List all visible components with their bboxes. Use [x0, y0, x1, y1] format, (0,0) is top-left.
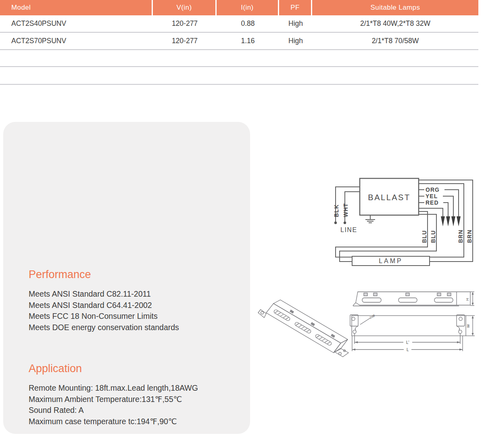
brn-label: BRN	[457, 230, 464, 243]
blu-wire-inner	[336, 211, 428, 257]
inner-length-dim-label: L'	[406, 340, 409, 345]
cell-model: ACT2S70PSUNV	[0, 33, 153, 49]
table-row: ACT2S70PSUNV 120-277 1.16 High 2/1*T8 70…	[0, 33, 478, 50]
lamp-label: LAMP	[379, 257, 403, 264]
profile-view: H	[353, 292, 474, 306]
performance-text: Meets ANSI Standard C82.11-2011 Meets AN…	[29, 289, 179, 333]
cell-iin: 0.88	[217, 15, 279, 32]
top-clips	[290, 310, 335, 338]
isometric-view	[258, 300, 348, 357]
org-label: ORG	[426, 186, 440, 193]
hole-leader-line	[360, 318, 370, 324]
application-title: Application	[29, 362, 82, 375]
cell-model: ACT2S40PSUNV	[0, 15, 153, 32]
cell-vin: 120-277	[153, 33, 217, 49]
wht-label: WHT	[342, 203, 349, 217]
vent-slot	[273, 309, 290, 321]
blu-label: BLU	[421, 230, 428, 243]
line-terminal-dot	[334, 222, 337, 224]
yel-label: YEL	[426, 193, 438, 199]
red-wire	[443, 203, 448, 216]
plan-view: 2xØ W L' L	[350, 314, 475, 352]
mounting-tabs	[364, 293, 451, 296]
datasheet-page: Model V(in) I(in) PF Suitable Lamps ACT2…	[0, 0, 484, 448]
aux-wire	[419, 208, 443, 216]
spec-table: Model V(in) I(in) PF Suitable Lamps ACT2…	[0, 0, 478, 85]
length-dim-label: L	[407, 348, 409, 352]
performance-title: Performance	[29, 268, 91, 281]
red-label: RED	[426, 199, 439, 206]
table-row-empty	[0, 67, 478, 85]
cell-pf: High	[279, 33, 312, 49]
blk-label: BLK	[333, 204, 340, 217]
vent-slot	[315, 334, 332, 346]
col-header-model: Model	[0, 0, 152, 15]
col-header-vin: V(in)	[153, 0, 215, 15]
col-header-pf: PF	[279, 0, 311, 15]
ground-icon	[365, 215, 375, 223]
vent-slot	[294, 322, 311, 334]
cell-lamps: 2/1*T8 40W,2*T8 32W	[312, 15, 478, 32]
cell-lamps: 2/1*T8 70/58W	[312, 33, 478, 49]
table-row: ACT2S40PSUNV 120-277 0.88 High 2/1*T8 40…	[0, 15, 478, 33]
wiring-diagram: BALLAST BLK WHT LINE BRN BRN ORG YEL RED	[323, 174, 480, 270]
brn-label: BRN	[466, 230, 473, 243]
table-row-empty	[0, 50, 478, 67]
line-label: LINE	[340, 226, 357, 233]
ballast-label: BALLAST	[368, 193, 410, 202]
info-card: Performance Meets ANSI Standard C82.11-2…	[3, 122, 250, 434]
col-header-iin: I(in)	[217, 0, 278, 15]
connector-arrows	[441, 216, 461, 226]
spec-table-header-row: Model V(in) I(in) PF Suitable Lamps	[0, 0, 478, 15]
hole-note: 2xØ	[369, 314, 376, 319]
width-dim-label: W	[466, 324, 470, 328]
cell-pf: High	[279, 15, 312, 32]
application-text: Remote Mounting: 18ft.max.Lead length,18…	[29, 383, 198, 427]
dimension-drawings: H 2xØ W L'	[254, 283, 480, 357]
col-header-suitable-lamps: Suitable Lamps	[312, 0, 478, 15]
cell-iin: 1.16	[217, 33, 279, 49]
blu-label: BLU	[430, 230, 436, 243]
height-dim-label: H	[465, 298, 469, 301]
line-terminal-dot	[344, 222, 346, 224]
cell-vin: 120-277	[153, 15, 217, 32]
